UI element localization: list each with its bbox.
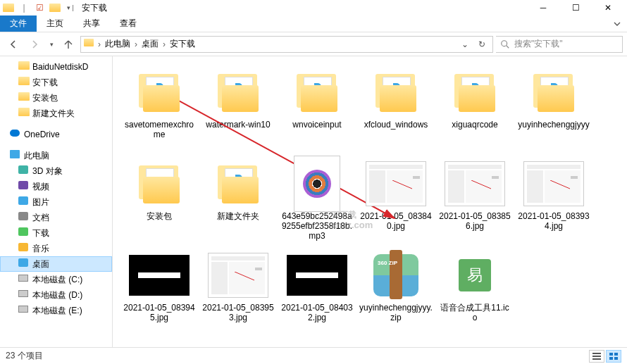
- tree-node[interactable]: 此电脑: [0, 148, 112, 163]
- folder-icon: [18, 92, 30, 103]
- tab-home[interactable]: 主页: [37, 15, 73, 32]
- folder-icon: [84, 39, 95, 50]
- file-item[interactable]: wnvoiceinput: [278, 63, 356, 155]
- refresh-button[interactable]: ↻: [474, 39, 490, 49]
- tree-node[interactable]: 本地磁盘 (E:): [0, 303, 112, 318]
- back-button[interactable]: [4, 35, 23, 54]
- file-item[interactable]: 643e59bc252498a9255efbf2358f18b.mp3: [278, 155, 356, 246]
- qat-dropdown-icon[interactable]: ▾ |: [65, 2, 76, 13]
- downloads-icon: [18, 227, 30, 239]
- file-tab[interactable]: 文件: [0, 15, 37, 32]
- tree-node[interactable]: 本地磁盘 (D:): [0, 287, 112, 303]
- folder-icon: [18, 61, 30, 73]
- address-bar[interactable]: › 此电脑 › 桌面 › 安下载 ⌄ ↻: [80, 36, 493, 53]
- tree-label: 视频: [32, 181, 49, 193]
- svg-rect-8: [592, 358, 601, 360]
- file-thumbnail: [285, 158, 349, 210]
- tree-node[interactable]: 新建文件夹: [0, 106, 112, 121]
- quick-access-toolbar: | ☑ ▾ |: [3, 2, 76, 13]
- file-label: 安装包: [147, 211, 172, 221]
- breadcrumb-current[interactable]: 安下载: [167, 38, 198, 50]
- file-item[interactable]: 2021-01-05_083953.jpg: [199, 246, 278, 338]
- chevron-right-icon[interactable]: ›: [161, 39, 167, 49]
- tree-label: 下载: [32, 227, 49, 239]
- onedrive-icon: [10, 129, 21, 140]
- tree-node[interactable]: 3D 对象: [0, 163, 112, 179]
- file-item[interactable]: yuyinhechenggjyyy: [514, 63, 593, 155]
- folder-icon: [18, 77, 30, 88]
- file-item[interactable]: 2021-01-05_083840.jpg: [356, 155, 435, 246]
- address-dropdown-icon[interactable]: ⌄: [457, 39, 473, 49]
- file-label: wnvoiceinput: [292, 120, 341, 130]
- file-item[interactable]: 2021-01-05_083934.jpg: [514, 155, 593, 246]
- search-input[interactable]: 搜索"安下载": [496, 36, 623, 53]
- file-item[interactable]: 2021-01-05_083945.jpg: [120, 246, 199, 338]
- file-item[interactable]: watermark-win10: [199, 63, 278, 155]
- folder-icon: [18, 108, 30, 119]
- close-button[interactable]: ✕: [592, 0, 624, 15]
- tab-view[interactable]: 查看: [110, 15, 147, 32]
- tree-node[interactable]: 安下载: [0, 75, 112, 90]
- tree-node[interactable]: OneDrive: [0, 127, 112, 142]
- tree-node[interactable]: 音乐: [0, 241, 112, 256]
- navigation-tree[interactable]: BaiduNetdiskD安下载安装包新建文件夹OneDrive此电脑3D 对象…: [0, 56, 113, 347]
- minimize-button[interactable]: ─: [527, 0, 559, 15]
- ribbon-expand-icon[interactable]: [607, 15, 627, 32]
- file-item[interactable]: xfcloud_windows: [356, 63, 435, 155]
- svg-rect-12: [614, 357, 618, 360]
- file-item[interactable]: savetomemexchrome: [120, 63, 199, 155]
- tree-node[interactable]: 安装包: [0, 90, 112, 106]
- pictures-icon: [18, 196, 30, 208]
- file-thumbnail: [206, 249, 270, 301]
- file-item[interactable]: 新建文件夹: [199, 155, 278, 246]
- up-button[interactable]: [59, 35, 77, 54]
- pc-icon: [10, 150, 21, 161]
- file-item[interactable]: 2021-01-05_084032.jpg: [278, 246, 356, 338]
- file-item[interactable]: xiguaqrcode: [435, 63, 514, 155]
- file-label: watermark-win10: [206, 120, 270, 130]
- tree-node[interactable]: 图片: [0, 194, 112, 210]
- tree-node[interactable]: 下载: [0, 225, 112, 241]
- file-label: yuyinhechenggjyyy.zip: [359, 303, 433, 322]
- tree-node[interactable]: 文档: [0, 210, 112, 225]
- file-item[interactable]: 360 ZIPyuyinhechenggjyyy.zip: [356, 246, 435, 338]
- maximize-button[interactable]: ☐: [559, 0, 592, 15]
- breadcrumb-this-pc[interactable]: 此电脑: [102, 38, 133, 50]
- tree-node[interactable]: 视频: [0, 179, 112, 194]
- file-thumbnail: [128, 158, 191, 210]
- file-label: yuyinhechenggjyyy: [518, 120, 589, 130]
- file-thumbnail: [128, 66, 191, 118]
- documents-icon: [18, 212, 30, 223]
- recent-dropdown-icon[interactable]: ▾: [46, 35, 56, 54]
- tree-node[interactable]: BaiduNetdiskD: [0, 59, 112, 75]
- folder-icon: [3, 2, 14, 13]
- qat-separator: |: [18, 2, 30, 13]
- tab-share[interactable]: 共享: [73, 15, 110, 32]
- svg-rect-7: [592, 356, 601, 357]
- forward-button[interactable]: [25, 35, 44, 54]
- tree-node[interactable]: 桌面: [0, 256, 112, 272]
- file-label: 2021-01-05_083934.jpg: [517, 211, 590, 231]
- svg-line-2: [392, 180, 412, 189]
- file-label: 2021-01-05_083856.jpg: [438, 211, 511, 231]
- file-label: 2021-01-05_083953.jpg: [201, 303, 275, 322]
- ribbon: 文件 主页 共享 查看: [0, 15, 627, 32]
- icons-view-button[interactable]: [606, 350, 621, 363]
- file-grid: savetomemexchromewatermark-win10wnvoicei…: [120, 63, 627, 338]
- details-view-button[interactable]: [589, 350, 604, 363]
- file-item[interactable]: 2021-01-05_083856.jpg: [435, 155, 514, 246]
- file-item[interactable]: 易语音合成工具11.ico: [435, 246, 514, 338]
- tree-label: 文档: [32, 212, 49, 224]
- chevron-right-icon[interactable]: ›: [133, 39, 139, 49]
- file-item[interactable]: 安装包: [120, 155, 199, 246]
- checkbox-icon[interactable]: ☑: [34, 2, 45, 13]
- tree-node[interactable]: 本地磁盘 (C:): [0, 272, 112, 287]
- tree-label: 本地磁盘 (C:): [32, 274, 82, 286]
- file-content-area[interactable]: 安下载 anxz.com savetomemexchromewatermark-…: [113, 56, 627, 347]
- chevron-right-icon[interactable]: ›: [97, 39, 102, 49]
- breadcrumb-desktop[interactable]: 桌面: [139, 38, 161, 50]
- tree-label: 3D 对象: [32, 165, 63, 177]
- file-label: xfcloud_windows: [364, 120, 428, 130]
- svg-rect-6: [592, 353, 601, 354]
- disk-icon: [18, 305, 30, 316]
